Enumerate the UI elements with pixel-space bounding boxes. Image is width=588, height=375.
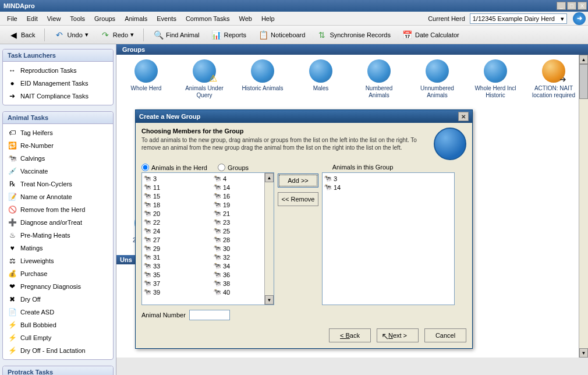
radio-groups[interactable]: Groups <box>218 164 249 171</box>
sidebar-item[interactable]: ⚡Bull Bobbied <box>3 319 113 331</box>
sidebar-item-label: Calvings <box>20 155 45 162</box>
scroll-up-button[interactable]: ▲ <box>579 55 588 64</box>
back-button[interactable]: ◀Back <box>3 27 40 43</box>
menu-animals[interactable]: Animals <box>120 13 152 24</box>
sidebar-item[interactable]: 💰Purchase <box>3 267 113 280</box>
animal-row[interactable]: 🐄24 <box>143 227 190 235</box>
sidebar-item[interactable]: 🏷Tag Heifers <box>3 126 113 139</box>
sidebar-item[interactable]: ➜NAIT Compliance Tasks <box>3 90 113 102</box>
animal-row[interactable]: 🐄23 <box>213 218 260 227</box>
find-animal-button[interactable]: 🔍Find Animal <box>148 27 204 43</box>
dialog-close-button[interactable]: ✕ <box>458 112 469 121</box>
sidebar-item[interactable]: 💉Vaccinate <box>3 165 113 178</box>
scroll-up-button[interactable]: ▲ <box>265 173 274 182</box>
animal-row[interactable]: 🐄14 <box>324 183 370 192</box>
herd-go-button[interactable]: ➜ <box>573 12 586 25</box>
sidebar-item[interactable]: ●EID Management Tasks <box>3 77 113 90</box>
sidebar-item[interactable]: ⚖Liveweights <box>3 254 113 267</box>
animal-row[interactable]: 🐄16 <box>213 192 260 200</box>
close-button[interactable]: X <box>578 2 587 10</box>
left-list-scrollbar[interactable]: ▲ ▼ <box>264 173 274 305</box>
wizard-cancel-button[interactable]: Cancel <box>424 328 466 342</box>
sidebar-item[interactable]: ↔Reproduction Tasks <box>3 64 113 77</box>
animal-row[interactable]: 🐄28 <box>213 235 260 244</box>
animal-row[interactable]: 🐄38 <box>213 279 260 288</box>
sidebar-item[interactable]: ♥Matings <box>3 242 113 254</box>
menu-common-tasks[interactable]: Common Tasks <box>181 13 235 24</box>
sidebar-item[interactable]: ⚡Cull Empty <box>3 331 113 344</box>
available-animals-list[interactable]: 🐄3🐄11🐄15🐄18🐄20🐄22🐄24🐄27🐄29🐄31🐄33🐄35🐄37🐄3… <box>141 172 274 305</box>
sidebar-item[interactable]: 📝Name or Annotate <box>3 190 113 203</box>
animal-row[interactable]: 🐄20 <box>143 209 190 218</box>
sidebar-item[interactable]: 🚫Remove from the Herd <box>3 203 113 216</box>
animal-row[interactable]: 🐄33 <box>143 261 190 270</box>
app-title: MINDApro <box>1 2 35 9</box>
animal-row[interactable]: 🐄30 <box>213 244 260 253</box>
animal-row[interactable]: 🐄4 <box>213 174 260 183</box>
sync-button[interactable]: ⇅Synchronise Records <box>312 27 395 43</box>
noticeboard-button[interactable]: 📋Noticeboard <box>253 27 310 43</box>
date-calc-button[interactable]: 📅Date Calculator <box>398 27 464 43</box>
wizard-back-button[interactable]: < Back <box>329 328 371 342</box>
animal-row[interactable]: 🐄29 <box>143 244 190 253</box>
menu-groups[interactable]: Groups <box>90 13 120 24</box>
animal-row[interactable]: 🐄35 <box>143 270 190 279</box>
animal-row[interactable]: 🐄39 <box>143 288 190 296</box>
animal-row[interactable]: 🐄19 <box>213 200 260 209</box>
animal-row[interactable]: 🐄11 <box>143 183 190 192</box>
menu-view[interactable]: View <box>42 13 66 24</box>
animal-row[interactable]: 🐄40 <box>213 288 260 296</box>
animal-number: 20 <box>153 210 160 217</box>
sidebar-item[interactable]: ♨Pre-Mating Heats <box>3 229 113 242</box>
menu-events[interactable]: Events <box>152 13 181 24</box>
group-item[interactable]: Whole Herd Incl Historic <box>472 59 519 201</box>
sidebar-item[interactable]: ✖Dry Off <box>3 293 113 306</box>
animal-row[interactable]: 🐄31 <box>143 253 190 261</box>
animal-row[interactable]: 🐄21 <box>213 209 260 218</box>
animal-row[interactable]: 🐄15 <box>143 192 190 200</box>
animal-row[interactable]: 🐄36 <box>213 270 260 279</box>
group-item[interactable]: ACTION: NAIT location required <box>530 59 578 201</box>
reports-button[interactable]: 📊Reports <box>207 27 252 43</box>
scroll-down-button[interactable]: ▼ <box>579 348 588 358</box>
animal-row[interactable]: 🐄27 <box>143 235 190 244</box>
sidebar-item[interactable]: ⚡Dry Off - End Lactation <box>3 344 113 357</box>
menu-web[interactable]: Web <box>235 13 257 24</box>
menu-help[interactable]: Help <box>257 13 279 24</box>
animal-row[interactable]: 🐄34 <box>213 261 260 270</box>
radio-animals-in-herd[interactable]: Animals in the Herd <box>141 164 207 171</box>
menu-edit[interactable]: Edit <box>22 13 42 24</box>
menu-tools[interactable]: Tools <box>65 13 90 24</box>
remove-button[interactable]: << Remove <box>278 192 318 206</box>
animal-row[interactable]: 🐄3 <box>143 174 190 183</box>
animal-row[interactable]: 🐄14 <box>213 183 260 192</box>
sidebar-item[interactable]: ➕Diagnose and/orTreat <box>3 216 113 229</box>
scroll-thumb[interactable] <box>579 64 588 99</box>
undo-button[interactable]: ↶Undo▾ <box>49 27 93 43</box>
dialog-herd-icon <box>434 128 466 160</box>
wizard-next-button[interactable]: Next > <box>377 328 419 342</box>
sidebar-item[interactable]: ℞Treat Non-Cyclers <box>3 178 113 190</box>
minimize-button[interactable]: _ <box>557 2 566 10</box>
animal-row[interactable]: 🐄18 <box>143 200 190 209</box>
animal-row[interactable]: 🐄3 <box>324 174 370 183</box>
sidebar-item[interactable]: 📄Create ASD <box>3 306 113 319</box>
animal-number-input[interactable] <box>189 310 230 320</box>
redo-button[interactable]: ↷Redo▾ <box>95 27 139 43</box>
maximize-button[interactable]: □ <box>567 2 576 10</box>
sidebar-item-label: Liveweights <box>20 257 54 264</box>
cow-icon: 🐄 <box>324 175 332 182</box>
content-scrollbar[interactable]: ▲ ▼ <box>579 55 588 358</box>
menu-file[interactable]: File <box>2 13 22 24</box>
sidebar-item[interactable]: 🐄Calvings <box>3 152 113 165</box>
animal-row[interactable]: 🐄22 <box>143 218 190 227</box>
animal-row[interactable]: 🐄32 <box>213 253 260 261</box>
selected-animals-list[interactable]: 🐄3🐄14 <box>322 172 455 305</box>
scroll-down-button[interactable]: ▼ <box>265 295 274 305</box>
sidebar-item[interactable]: 🔁Re-Number <box>3 139 113 152</box>
add-button[interactable]: Add >> <box>278 174 318 188</box>
sidebar-item[interactable]: ❤Pregnancy Diagnosis <box>3 280 113 293</box>
animal-row[interactable]: 🐄37 <box>143 279 190 288</box>
animal-row[interactable]: 🐄25 <box>213 227 260 235</box>
herd-combo[interactable]: 1/12345 Example Dairy Herd <box>470 13 567 24</box>
